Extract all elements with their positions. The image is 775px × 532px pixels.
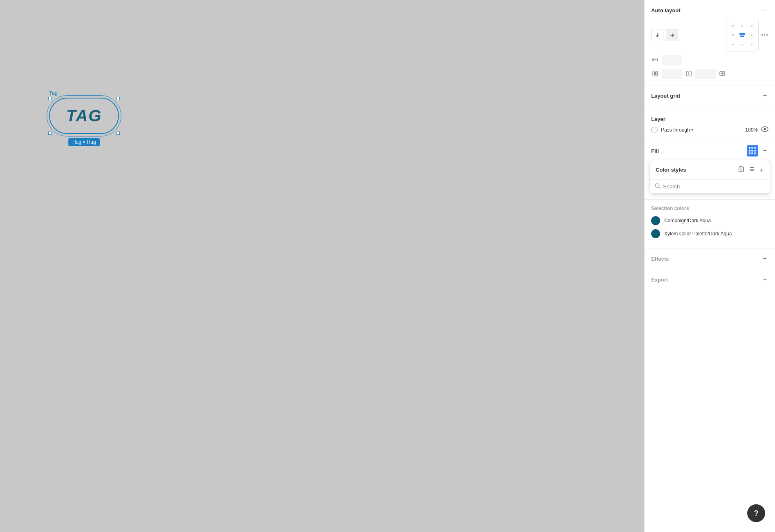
color-styles-list-btn[interactable] — [748, 165, 756, 174]
layer-row: Pass through ▾ 100% — [651, 126, 768, 133]
tag-frame[interactable]: TAG Hug × Hug — [49, 98, 119, 134]
effects-header: Effects + — [651, 254, 768, 263]
hug-badge: Hug × Hug — [68, 138, 100, 146]
align-dot — [732, 44, 734, 45]
swatch-dot — [749, 150, 750, 152]
tag-text: TAG — [66, 107, 102, 125]
selection-colors-section: Selection colors Campaign/Dark Aqua Xyle… — [645, 200, 775, 248]
handle-br[interactable] — [116, 132, 120, 135]
color-item-0[interactable]: Campaign/Dark Aqua — [651, 216, 768, 225]
auto-layout-title: Auto layout — [651, 7, 681, 13]
export-section: Export + — [645, 269, 775, 290]
export-header: Export + — [651, 275, 768, 284]
align-dot — [732, 25, 734, 27]
swatch-dot — [754, 150, 756, 152]
fill-section: Fill + Color styles — [645, 139, 775, 200]
swatch-dot — [751, 150, 753, 152]
color-styles-header: Color styles — [650, 160, 770, 180]
color-styles-search-input[interactable] — [663, 183, 765, 190]
align-bar — [740, 36, 744, 37]
layout-grid-add-btn[interactable]: + — [762, 91, 768, 100]
color-styles-book-btn[interactable] — [737, 165, 746, 174]
fill-add-btn[interactable]: + — [762, 146, 768, 155]
swatch-dot — [754, 152, 756, 154]
al-direction-row: ··· — [651, 19, 768, 51]
handle-tr[interactable] — [116, 97, 120, 100]
color-name-1: Xylem Color Palette/Dark Aqua — [664, 231, 732, 237]
eye-icon — [761, 126, 768, 132]
right-panel: Auto layout − — [644, 0, 775, 532]
svg-rect-4 — [654, 72, 656, 75]
align-grid[interactable] — [726, 19, 759, 51]
padding-input[interactable]: 12 — [662, 69, 682, 79]
handle-bl[interactable] — [48, 132, 52, 135]
help-button[interactable]: ? — [747, 504, 765, 522]
blend-mode-label: Pass through — [661, 127, 690, 133]
fill-controls: + — [747, 145, 768, 156]
padding-icon — [651, 70, 659, 78]
tag-component[interactable]: Tag TAG Hug × Hug — [49, 90, 119, 134]
layout-grid-section: Layout grid + — [645, 85, 775, 110]
color-styles-popup: Color styles — [650, 160, 770, 194]
color-swatch-0 — [651, 216, 660, 225]
effects-section: Effects + — [645, 248, 775, 269]
auto-layout-controls: ··· 8 — [651, 19, 768, 79]
auto-layout-section: Auto layout − — [645, 0, 775, 85]
fill-title: Fill — [651, 148, 659, 154]
clip-content-icon — [719, 70, 726, 77]
svg-rect-13 — [743, 167, 744, 172]
color-styles-add-btn[interactable]: + — [759, 165, 764, 174]
export-title: Export — [651, 277, 668, 283]
svg-rect-0 — [652, 58, 654, 61]
fill-swatch-btn[interactable] — [747, 145, 758, 156]
handle-tl[interactable] — [48, 97, 52, 100]
layer-header: Layer — [651, 116, 768, 122]
padding-right-icon — [685, 70, 693, 78]
export-add-btn[interactable]: + — [762, 275, 768, 284]
align-dot — [732, 34, 734, 36]
color-name-0: Campaign/Dark Aqua — [664, 218, 711, 224]
gap-horizontal-icon — [652, 56, 659, 63]
blend-mode-selector[interactable]: Pass through ▾ — [661, 127, 693, 133]
selection-colors-title: Selection colors — [651, 206, 768, 211]
arrow-down-icon — [655, 33, 660, 38]
visibility-toggle[interactable] — [761, 126, 768, 133]
direction-right-btn[interactable] — [666, 29, 678, 41]
layout-grid-header: Layout grid + — [651, 91, 768, 100]
swatch-dot — [749, 147, 750, 149]
gap-icon — [651, 56, 659, 64]
align-dot — [751, 25, 753, 27]
effects-add-btn[interactable]: + — [762, 254, 768, 263]
align-dot — [741, 25, 743, 27]
padding-right-input[interactable]: 4 — [695, 69, 716, 79]
color-styles-title: Color styles — [656, 167, 686, 173]
auto-layout-collapse-btn[interactable]: − — [762, 6, 768, 15]
auto-layout-header: Auto layout − — [651, 6, 768, 15]
al-gap-row: 8 — [651, 55, 768, 65]
svg-point-9 — [764, 128, 766, 130]
color-item-1[interactable]: Xylem Color Palette/Dark Aqua — [651, 229, 768, 238]
list-icon — [749, 166, 755, 172]
fill-header: Fill + — [651, 145, 768, 156]
book-icon — [738, 166, 745, 172]
svg-rect-1 — [657, 58, 658, 61]
blend-mode-icon — [651, 127, 658, 133]
align-dot — [741, 44, 743, 45]
clip-icon — [718, 70, 726, 78]
color-swatch-1 — [651, 229, 660, 238]
gap-input[interactable]: 8 — [662, 55, 682, 65]
align-dot — [751, 34, 753, 36]
layer-section: Layer Pass through ▾ 100% — [645, 110, 775, 139]
blend-mode-chevron: ▾ — [691, 127, 693, 132]
search-icon — [655, 183, 661, 190]
canvas: Tag TAG Hug × Hug — [0, 0, 644, 532]
direction-down-btn[interactable] — [651, 29, 663, 41]
color-styles-icons: + — [737, 165, 764, 174]
swatch-dot — [751, 147, 753, 149]
opacity-value[interactable]: 100% — [745, 127, 758, 133]
padding-left-icon — [652, 70, 659, 77]
auto-layout-more-btn[interactable]: ··· — [761, 31, 768, 40]
align-center-bars — [739, 33, 745, 37]
search-icon-svg — [655, 183, 661, 189]
effects-title: Effects — [651, 256, 669, 262]
